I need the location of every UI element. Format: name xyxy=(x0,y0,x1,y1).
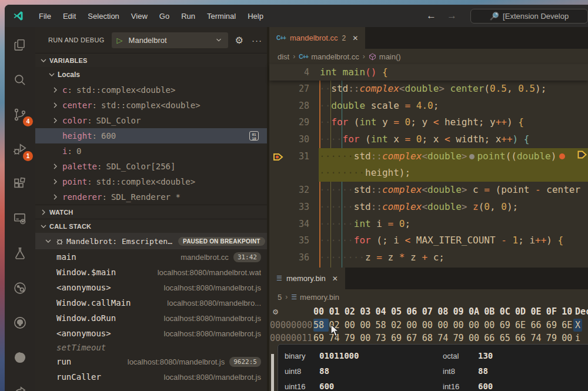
live-share-icon[interactable] xyxy=(10,382,30,391)
hex-byte[interactable]: 69 xyxy=(313,332,329,345)
close-tab-icon[interactable]: ✕ xyxy=(352,34,358,42)
variable-row-palette[interactable]: palette:SDL_Color[256] xyxy=(35,159,267,174)
remote-explorer-icon[interactable] xyxy=(10,209,30,229)
tab-memory-bin[interactable]: ☰ memory.bin ✕ xyxy=(269,268,345,289)
code-line-34[interactable]: 34······int i = 0; xyxy=(269,216,588,233)
scope-locals[interactable]: Locals xyxy=(35,67,267,82)
debug-gear-icon[interactable]: ⚙ xyxy=(235,35,243,46)
source-control-icon[interactable]: 4 xyxy=(10,105,30,125)
hex-byte[interactable]: 58 xyxy=(376,319,391,332)
code-line-36[interactable]: 36········z = z * z + c; xyxy=(269,249,588,266)
code-line-32[interactable]: 32······std::complex<double> c = (point … xyxy=(269,182,588,199)
hex-byte[interactable]: 66 xyxy=(515,332,530,345)
explorer-icon[interactable] xyxy=(10,35,30,55)
inline-breakpoint-active-icon[interactable] xyxy=(559,153,565,159)
tab-mandelbrot[interactable]: C++ mandelbrot.cc 2 ✕ xyxy=(269,27,365,49)
inline-breakpoint-dot-icon[interactable] xyxy=(469,154,475,159)
hex-byte[interactable]: 00 xyxy=(345,319,360,332)
callstack-section-header[interactable]: CALL STACK xyxy=(35,219,267,233)
command-center-search[interactable]: 🔍 [Extension Develop xyxy=(470,9,588,24)
menu-view[interactable]: View xyxy=(125,9,153,23)
launch-config-select[interactable]: ▷ Mandelbrot xyxy=(112,32,228,48)
code-line-27[interactable]: 27··std::complex<double> center(0.5, 0.5… xyxy=(269,81,588,98)
debug-graph-icon[interactable] xyxy=(10,278,30,298)
hex-settings-gear-icon[interactable]: ⚙ xyxy=(273,306,278,317)
variable-row-i[interactable]: i:0 xyxy=(35,143,267,159)
panel-scrollbar[interactable] xyxy=(271,354,274,391)
current-line-breakpoint-icon[interactable] xyxy=(273,151,283,168)
watch-section-header[interactable]: WATCH xyxy=(35,205,267,219)
hex-byte[interactable]: 00 xyxy=(360,319,375,332)
sticky-scroll-line[interactable]: 4int main() { xyxy=(269,64,588,81)
breadcrumb-file[interactable]: C++ mandelbrot.cc xyxy=(299,52,359,61)
hex-byte[interactable]: 00 xyxy=(406,319,422,332)
hex-byte[interactable]: 00 xyxy=(469,319,484,332)
menu-edit[interactable]: Edit xyxy=(57,9,82,23)
hex-byte[interactable]: 58 xyxy=(313,319,329,332)
variable-row-height[interactable]: height:6000110 xyxy=(35,128,267,143)
breadcrumb-folder[interactable]: 5 xyxy=(278,293,282,302)
stack-frame-6[interactable]: setTimeout xyxy=(35,341,267,354)
menu-file[interactable]: File xyxy=(33,9,57,23)
stack-frame-4[interactable]: Window.doRunlocalhost:8080/mandelbrot.js xyxy=(35,310,267,326)
hex-byte[interactable]: 66 xyxy=(484,332,499,345)
stack-frame-8[interactable]: runCallerlocalhost:8080/mandelbrot.js xyxy=(35,369,267,385)
code-line-30[interactable]: 30····for (int x = 0; x < width; x++) { xyxy=(269,131,588,148)
nav-forward-icon[interactable]: → xyxy=(447,10,457,22)
hex-byte[interactable]: 66 xyxy=(530,319,546,332)
hex-byte[interactable]: 74 xyxy=(530,332,546,345)
debug-session-row[interactable]: Mandelbrot: Emscripten… PAUSED ON BREAKP… xyxy=(35,233,267,249)
code-line-31[interactable]: 31······std::complex<double>point((doubl… xyxy=(269,148,588,165)
hex-byte[interactable]: 79 xyxy=(345,332,360,345)
stack-frame-3[interactable]: Window.callMainlocalhost:8080/mandelbro.… xyxy=(35,295,267,310)
hex-byte[interactable]: 00 xyxy=(469,332,484,345)
code-editor[interactable]: 27··std::complex<double> center(0.5, 0.5… xyxy=(269,81,588,268)
menu-help[interactable]: Help xyxy=(242,9,269,23)
variable-row-c[interactable]: c:std::complex<double> xyxy=(35,82,267,98)
run-debug-icon[interactable]: 1 xyxy=(10,139,30,159)
breadcrumb-dist[interactable]: dist xyxy=(278,52,289,61)
edge-browser-icon[interactable] xyxy=(10,347,30,367)
nav-back-icon[interactable]: ← xyxy=(426,10,436,22)
extensions-icon[interactable] xyxy=(10,174,30,194)
variable-row-renderer[interactable]: renderer:SDL_Renderer * xyxy=(35,189,267,205)
code-line-33[interactable]: 33······std::complex<double> z(0, 0); xyxy=(269,199,588,216)
more-actions-icon[interactable]: ··· xyxy=(252,35,262,45)
hex-byte[interactable]: 00 xyxy=(422,319,437,332)
hex-byte[interactable]: 69 xyxy=(546,319,562,332)
code-line-28[interactable]: 28··double scale = 4.0; xyxy=(269,98,588,115)
hex-decoded-char[interactable]: X xyxy=(573,319,582,332)
hex-byte[interactable]: 79 xyxy=(453,332,469,345)
stack-frame-2[interactable]: <anonymous>localhost:8080/mandelbrot.js xyxy=(35,280,267,295)
stack-frame-5[interactable]: <anonymous>localhost:8080/mandelbrot.js xyxy=(35,326,267,341)
hex-byte[interactable]: 65 xyxy=(500,332,515,345)
stack-frame-1[interactable]: Window.$mainlocalhost:8080/mandelbrot.wa… xyxy=(35,265,267,280)
stack-frame-7[interactable]: runlocalhost:8080/mandelbrot.js9622:5 xyxy=(35,354,267,369)
hex-decoded-char[interactable]: i xyxy=(575,332,580,345)
hex-byte[interactable]: 67 xyxy=(406,332,422,345)
testing-icon[interactable] xyxy=(10,243,30,263)
hex-byte[interactable]: 00 xyxy=(453,319,469,332)
close-tab-icon[interactable]: ✕ xyxy=(332,275,338,283)
hex-byte[interactable]: 00 xyxy=(484,319,499,332)
hex-byte[interactable]: 00 xyxy=(360,332,375,345)
hex-byte[interactable]: 6E xyxy=(515,319,530,332)
code-line-wrap[interactable]: ········height); xyxy=(269,165,588,182)
hex-byte[interactable]: 73 xyxy=(376,332,391,345)
stack-frame-0[interactable]: mainmandelbrot.cc31:42 xyxy=(35,249,267,265)
search-icon[interactable] xyxy=(10,70,30,90)
hex-byte[interactable]: 69 xyxy=(391,332,406,345)
variable-row-point[interactable]: point:std::complex<double> xyxy=(35,174,267,189)
variable-row-color[interactable]: color:SDL_Color xyxy=(35,113,267,128)
github-icon[interactable] xyxy=(10,313,30,333)
menu-selection[interactable]: Selection xyxy=(82,9,125,23)
menu-go[interactable]: Go xyxy=(153,9,175,23)
variables-section-header[interactable]: VARIABLES xyxy=(35,53,267,67)
menu-terminal[interactable]: Terminal xyxy=(201,9,242,23)
view-binary-data-icon[interactable]: 0110 xyxy=(249,131,259,141)
hex-byte[interactable]: 79 xyxy=(546,332,562,345)
variable-row-center[interactable]: center:std::complex<double> xyxy=(35,98,267,113)
breadcrumb-symbol[interactable]: main() xyxy=(369,52,401,61)
breadcrumb-file[interactable]: ☰ memory.bin xyxy=(291,293,339,302)
menu-run[interactable]: Run xyxy=(175,9,201,23)
